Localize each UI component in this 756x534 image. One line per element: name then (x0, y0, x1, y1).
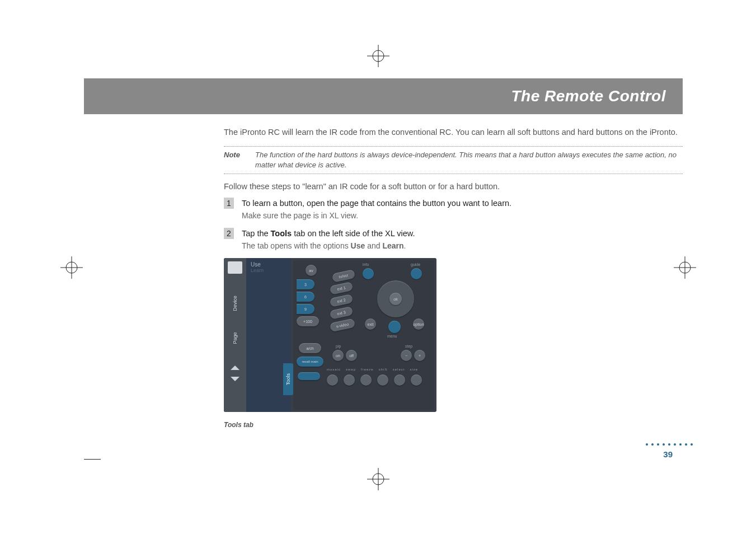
menu-button[interactable] (388, 321, 401, 333)
ok-button[interactable]: ok (389, 293, 402, 305)
mosaic-button[interactable] (327, 374, 338, 386)
step-1-title: To learn a button, open the page that co… (242, 198, 511, 209)
lbl-swap: swap (346, 368, 356, 371)
exit-button[interactable]: exit (365, 318, 376, 330)
lbl-shift: shift (379, 368, 388, 371)
guide-button[interactable] (411, 268, 422, 279)
step-2: 2 Tap the Tools tab on the left side of … (224, 228, 683, 251)
t: Learn (382, 241, 403, 250)
page-title: The Remote Control (511, 87, 666, 105)
label-info: info (363, 263, 369, 266)
intro-text: The iPronto RC will learn the IR code fr… (224, 127, 683, 138)
step-label: step (405, 344, 412, 348)
option-button[interactable]: option (413, 318, 424, 330)
step-1-sub: Make sure the page is in XL view. (242, 210, 511, 222)
menu-label: menu (387, 334, 397, 338)
ext3-button[interactable]: ext 3 (330, 306, 353, 320)
size-button[interactable] (411, 374, 422, 386)
note-box: Note The function of the hard buttons is… (224, 146, 683, 174)
ext1-button[interactable]: ext 1 (330, 282, 353, 295)
nav-up-icon[interactable] (231, 366, 240, 370)
t: The tab opens with the options (242, 241, 351, 250)
page: The Remote Control The iPronto RC will l… (84, 78, 683, 459)
crop-mark-top (367, 45, 389, 67)
thumbnail-icon (228, 261, 242, 274)
figure-caption: Tools tab (224, 421, 683, 429)
step-1: 1 To learn a button, open the page that … (224, 198, 683, 221)
step-plus-button[interactable]: + (414, 350, 425, 361)
t: and (365, 241, 382, 250)
lbl-mosaic: mosaic (327, 368, 341, 371)
learn-option[interactable]: Learn (246, 268, 291, 273)
tv-vcr-button[interactable]: tv/vcr (332, 269, 355, 283)
note-text: The function of the hard buttons is alwa… (255, 150, 683, 170)
ext2-button[interactable]: ext 2 (330, 294, 353, 307)
pip-off-button[interactable]: off (346, 350, 357, 361)
decorative-dots (646, 443, 693, 446)
step-2-title: Tap the Tools tab on the left side of th… (242, 228, 415, 239)
content-area: The iPronto RC will learn the IR code fr… (84, 114, 683, 429)
num-9-button[interactable]: 9 (297, 304, 314, 314)
lbl-size: size (410, 368, 418, 371)
recall-main-button[interactable]: recall main (297, 357, 323, 367)
step-2-sub: The tab opens with the options Use and L… (242, 241, 415, 252)
device-tab[interactable]: Device (232, 296, 238, 311)
lbl-select: select (393, 368, 405, 371)
step-number: 1 (224, 198, 234, 209)
t: Use (351, 241, 365, 250)
header-bar: The Remote Control (84, 78, 683, 114)
swap-button[interactable] (344, 374, 355, 386)
step-number: 2 (224, 228, 234, 239)
pip-on-button[interactable]: on (332, 350, 344, 361)
av-button[interactable]: av (306, 265, 317, 276)
follow-text: Follow these steps to "learn" an IR code… (224, 182, 683, 191)
num-plus100-button[interactable]: +100 (297, 316, 319, 326)
lbl-freeze: freeze (361, 368, 374, 371)
freeze-button[interactable] (360, 374, 372, 386)
page-number: 39 (663, 449, 673, 459)
label-guide: guide (411, 263, 420, 266)
xl-view-sidebar: Device Page (224, 258, 246, 412)
pip-label: pip (336, 344, 341, 348)
t: . (404, 241, 406, 250)
crop-mark-left (60, 256, 83, 279)
t: Tap the (242, 229, 271, 238)
num-6-button[interactable]: 6 (297, 292, 314, 302)
trim-line-bottom (84, 459, 101, 460)
t: tab on the left side of the XL view. (292, 229, 415, 238)
page-tab[interactable]: Page (232, 332, 238, 344)
nav-down-icon[interactable] (231, 377, 240, 381)
transport-button[interactable] (298, 372, 320, 380)
info-button[interactable] (363, 268, 374, 279)
num-3-button[interactable]: 3 (297, 279, 314, 289)
use-option[interactable]: Use (246, 258, 291, 268)
tools-tab[interactable]: Tools (283, 363, 293, 395)
remote-panel: av info guide 3 6 9 +100 tv/vcr ext 1 ex… (293, 260, 434, 410)
shift-button[interactable] (377, 374, 388, 386)
tools-tab-figure: Device Page Use Learn Tools av info guid… (224, 258, 436, 412)
select-button[interactable] (394, 374, 405, 386)
a-ch-button[interactable]: a/ch (299, 343, 321, 353)
s-video-button[interactable]: s-video (330, 318, 355, 332)
note-label: Note (224, 150, 245, 170)
bottom-labels-row: mosaic swap freeze shift select size (327, 368, 418, 371)
crop-mark-bottom (367, 468, 389, 490)
t: Tools (271, 229, 292, 238)
step-minus-button[interactable]: − (401, 350, 412, 361)
